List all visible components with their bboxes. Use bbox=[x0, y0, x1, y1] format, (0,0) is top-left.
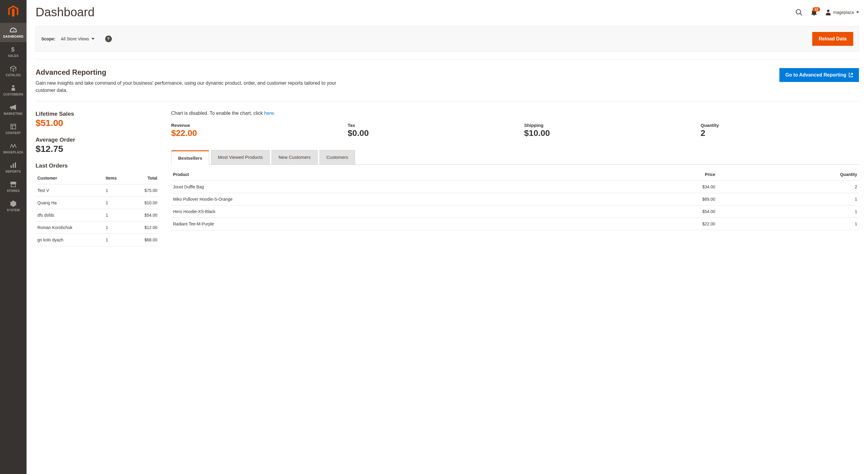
tab-most-viewed[interactable]: Most Viewed Products bbox=[211, 150, 270, 165]
cell-total: $75.00 bbox=[130, 184, 159, 197]
toolbar: Scope: All Store Views ? Reload Data bbox=[36, 26, 859, 52]
nav-label: DASHBOARD bbox=[3, 35, 24, 38]
lifetime-sales-label: Lifetime Sales bbox=[36, 110, 159, 117]
nav-content[interactable]: CONTENT bbox=[0, 119, 27, 138]
advanced-reporting-section: Advanced Reporting Gain new insights and… bbox=[36, 60, 859, 101]
table-row[interactable]: Joust Duffle Bag$34.002 bbox=[171, 181, 859, 193]
svg-rect-7 bbox=[15, 162, 16, 168]
nav-label: CATALOG bbox=[6, 73, 21, 77]
last-orders-table: Customer Items Total Test V1$75.00Quang … bbox=[36, 172, 159, 246]
table-row[interactable]: Roman Korobchuk1$12.00 bbox=[36, 221, 159, 234]
svg-line-9 bbox=[800, 13, 802, 15]
gear-icon bbox=[10, 200, 16, 207]
user-menu-button[interactable]: mageplaza bbox=[826, 9, 859, 15]
help-icon[interactable]: ? bbox=[105, 36, 112, 42]
tab-new-customers[interactable]: New Customers bbox=[272, 150, 318, 165]
table-row[interactable]: Radiant Tee-M-Purple$22.001 bbox=[171, 218, 859, 230]
user-icon bbox=[826, 9, 831, 15]
search-button[interactable] bbox=[795, 9, 803, 16]
chevron-down-icon bbox=[856, 11, 859, 13]
table-row[interactable]: dfs dsfds1$54.00 bbox=[36, 209, 159, 221]
cell-customer: Quang Ha bbox=[36, 197, 104, 209]
page-title: Dashboard bbox=[36, 5, 95, 19]
megaphone-icon bbox=[10, 104, 17, 110]
cell-items: 1 bbox=[104, 221, 130, 234]
svg-rect-2 bbox=[11, 124, 16, 129]
tabs: Bestsellers Most Viewed Products New Cus… bbox=[171, 150, 859, 165]
person-icon bbox=[11, 85, 16, 91]
cell-quantity: 1 bbox=[717, 218, 859, 230]
metric-tax: Tax $0.00 bbox=[348, 123, 506, 138]
average-order: Average Order $12.75 bbox=[36, 136, 159, 154]
metric-revenue-label: Revenue bbox=[171, 123, 330, 128]
table-row[interactable]: gri kolo dyazh1$68.00 bbox=[36, 234, 159, 246]
chart-notice-prefix: Chart is disabled. To enable the chart, … bbox=[171, 110, 264, 116]
gauge-icon bbox=[10, 27, 17, 33]
col-items: Items bbox=[104, 172, 130, 184]
table-row[interactable]: Hero Hoodie-XS-Black$54.001 bbox=[171, 206, 859, 218]
nav-dashboard[interactable]: DASHBOARD bbox=[0, 23, 27, 42]
metric-quantity-label: Quantity bbox=[701, 123, 859, 128]
nav-marketing[interactable]: MARKETING bbox=[0, 100, 27, 119]
reload-data-button[interactable]: Reload Data bbox=[812, 32, 853, 46]
lifetime-sales-value: $51.00 bbox=[36, 118, 159, 128]
nav-customers[interactable]: CUSTOMERS bbox=[0, 81, 27, 100]
cell-items: 1 bbox=[104, 197, 130, 209]
svg-point-8 bbox=[796, 9, 801, 14]
svg-point-1 bbox=[12, 85, 14, 87]
nav-catalog[interactable]: CATALOG bbox=[0, 61, 27, 81]
metric-tax-label: Tax bbox=[348, 123, 506, 128]
nav-sales[interactable]: $ SALES bbox=[0, 42, 27, 61]
cell-items: 1 bbox=[104, 184, 130, 197]
cell-price: $54.00 bbox=[604, 206, 717, 218]
magento-logo[interactable] bbox=[0, 0, 27, 23]
svg-point-10 bbox=[827, 10, 830, 12]
advanced-reporting-button[interactable]: Go to Advanced Reporting bbox=[779, 68, 859, 82]
advanced-reporting-button-label: Go to Advanced Reporting bbox=[785, 72, 846, 78]
cell-product: Miko Pullover Hoodie-S-Orange bbox=[171, 193, 604, 206]
cell-total: $12.00 bbox=[130, 221, 159, 234]
box-icon bbox=[10, 65, 16, 72]
chevron-down-icon bbox=[92, 38, 94, 40]
nav-label: SYSTEM bbox=[7, 209, 20, 212]
chart-disabled-notice: Chart is disabled. To enable the chart, … bbox=[171, 110, 859, 116]
notifications-button[interactable]: 12 bbox=[811, 9, 817, 16]
search-icon bbox=[795, 9, 803, 16]
cell-total: $54.00 bbox=[130, 209, 159, 221]
nav-mageplaza[interactable]: MAGEPLAZA bbox=[0, 138, 27, 158]
cell-quantity: 1 bbox=[717, 193, 859, 206]
metric-tax-value: $0.00 bbox=[348, 128, 506, 138]
tab-customers[interactable]: Customers bbox=[319, 150, 355, 165]
store-icon bbox=[10, 181, 16, 188]
nav-label: STORES bbox=[7, 189, 20, 193]
cell-customer: Roman Korobchuk bbox=[36, 221, 104, 234]
chart-enable-link[interactable]: here bbox=[264, 110, 274, 116]
nav-system[interactable]: SYSTEM bbox=[0, 196, 27, 216]
svg-rect-6 bbox=[13, 164, 14, 168]
table-row[interactable]: Miko Pullover Hoodie-S-Orange$69.001 bbox=[171, 193, 859, 206]
cell-price: $22.00 bbox=[604, 218, 717, 230]
cell-quantity: 2 bbox=[717, 181, 859, 193]
tab-bestsellers[interactable]: Bestsellers bbox=[171, 150, 209, 165]
cell-items: 1 bbox=[104, 234, 130, 246]
metric-revenue: Revenue $22.00 bbox=[171, 123, 330, 138]
average-order-label: Average Order bbox=[36, 136, 159, 143]
col-customer: Customer bbox=[36, 172, 104, 184]
col-price: Price bbox=[604, 168, 717, 181]
scope-value: All Store Views bbox=[61, 36, 89, 41]
mageplaza-icon bbox=[10, 143, 17, 149]
nav-reports[interactable]: REPORTS bbox=[0, 158, 27, 177]
table-row[interactable]: Quang Ha1$10.00 bbox=[36, 197, 159, 209]
external-link-icon bbox=[849, 73, 853, 77]
cell-customer: gri kolo dyazh bbox=[36, 234, 104, 246]
table-row[interactable]: Test V1$75.00 bbox=[36, 184, 159, 197]
scope-selector[interactable]: All Store Views bbox=[61, 36, 94, 41]
cell-customer: Test V bbox=[36, 184, 104, 197]
metric-quantity-value: 2 bbox=[701, 128, 859, 138]
nav-stores[interactable]: STORES bbox=[0, 177, 27, 196]
cell-price: $69.00 bbox=[604, 193, 717, 206]
svg-text:$: $ bbox=[11, 46, 14, 53]
metric-revenue-value: $22.00 bbox=[171, 128, 330, 138]
svg-rect-5 bbox=[10, 165, 12, 168]
dollar-icon: $ bbox=[11, 46, 16, 53]
